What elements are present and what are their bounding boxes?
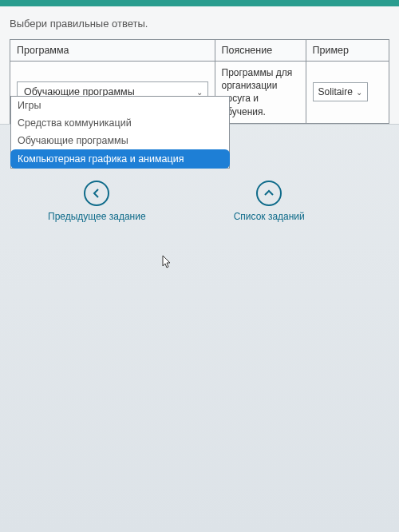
col-header-explain: Пояснение — [215, 40, 306, 62]
dropdown-option[interactable]: Обучающие программы — [11, 132, 229, 149]
instruction-text: Выбери правильные ответы. — [10, 18, 389, 30]
task-panel: Выбери правильные ответы. Программа Пояс… — [0, 6, 399, 125]
prev-task-button[interactable]: Предыдущее задание — [48, 181, 146, 222]
col-header-program: Программа — [10, 40, 215, 62]
mouse-cursor-icon — [162, 255, 173, 272]
nav-area: Предыдущее задание Список заданий — [0, 181, 399, 222]
prev-task-label: Предыдущее задание — [48, 211, 146, 222]
dropdown-option[interactable]: Средства коммуникаций — [11, 114, 229, 132]
header-accent-bar — [0, 0, 399, 6]
chevron-up-icon — [256, 181, 282, 206]
chevron-down-icon: ⌄ — [356, 88, 362, 97]
task-list-button[interactable]: Список заданий — [234, 181, 305, 222]
chevron-left-icon — [84, 181, 109, 206]
col-header-example: Пример — [306, 40, 389, 62]
dropdown-option[interactable]: Игры — [11, 97, 229, 114]
task-list-label: Список заданий — [234, 211, 305, 222]
dropdown-option-highlighted[interactable]: Компьютерная графика и анимация — [10, 149, 230, 169]
program-dropdown-list: Игры Средства коммуникаций Обучающие про… — [10, 96, 230, 169]
example-select-value: Solitaire — [318, 86, 353, 97]
example-select[interactable]: Solitaire ⌄ — [313, 82, 368, 101]
